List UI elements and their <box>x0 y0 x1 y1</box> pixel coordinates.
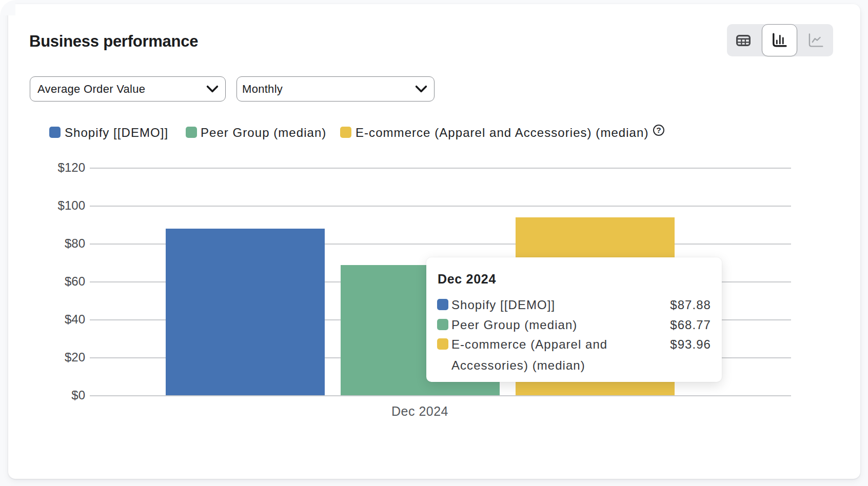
svg-text:?: ? <box>656 126 661 134</box>
